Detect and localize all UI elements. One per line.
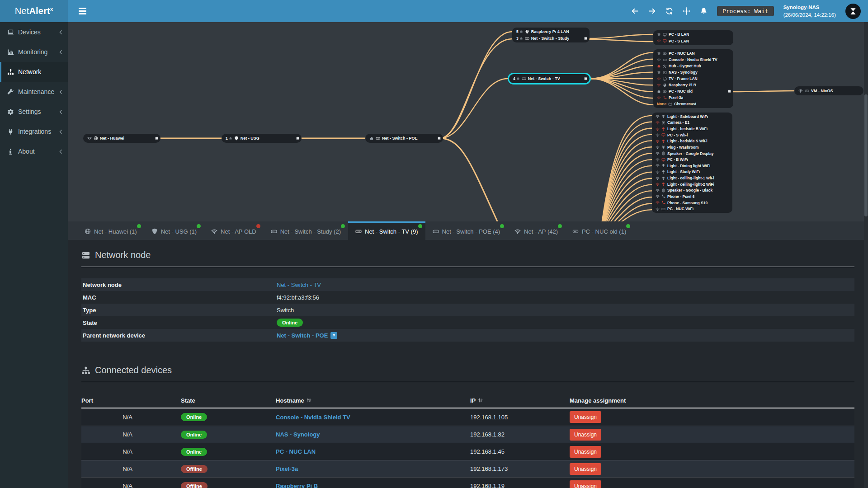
app-logo[interactable]: NetNetAlertAlertx	[0, 0, 68, 22]
network-node-tab[interactable]: Net - Switch - POE (4)	[425, 221, 508, 240]
hostname-link[interactable]: PC - NUC LAN	[276, 448, 316, 455]
diagram-device-row[interactable]: Light - Sideboard WiFi	[652, 113, 732, 120]
network-node-tab[interactable]: Net - Switch - TV (9)	[348, 221, 425, 240]
diagram-device-row[interactable]: Light - Dining light WiFi	[652, 163, 732, 169]
diagram-device-row[interactable]: Raspberry Pi B	[653, 82, 733, 88]
diagram-device-row[interactable]: NAS - Synology	[653, 69, 733, 75]
notifications-bell-icon[interactable]	[700, 7, 708, 15]
connection-state-icon	[656, 164, 660, 168]
switch-tv-clients-group[interactable]: PC - NUC LAN Console - Nvidia Shield TV …	[653, 49, 733, 108]
unassign-button[interactable]: Unassign	[570, 429, 601, 441]
diagram-device-row[interactable]: Light - Study WiFi	[652, 169, 732, 175]
pan-mode-icon[interactable]	[683, 7, 690, 15]
detail-value-text[interactable]: Net - Switch - TV	[277, 282, 321, 288]
sidebar-item[interactable]: Monitoring	[0, 42, 68, 62]
vm-node[interactable]: VM - NixOS	[794, 86, 863, 95]
connector-handle[interactable]	[155, 137, 158, 140]
hostname-link[interactable]: Console - Nvidia Shield TV	[276, 414, 350, 421]
sidebar-toggle-button[interactable]	[77, 5, 88, 17]
diagram-device-row[interactable]: Phone - Samsung S10	[652, 200, 732, 206]
unassign-button[interactable]: Unassign	[570, 411, 601, 423]
diagram-device-row[interactable]: PC - NUC WiFi	[652, 206, 732, 212]
hostname-link[interactable]: Pixel-3a	[276, 465, 298, 472]
sidebar-item[interactable]: Maintenance	[0, 82, 68, 102]
connector-handle[interactable]	[584, 37, 587, 40]
diagram-device-row[interactable]: 5 Raspberry Pi 4 LAN	[512, 28, 590, 35]
network-node-tab[interactable]: Net - AP OLD	[204, 221, 264, 240]
scrollbar-thumb[interactable]	[864, 94, 868, 216]
tab-label: Net - AP (42)	[524, 228, 558, 235]
connection-state-icon	[657, 70, 661, 75]
diagram-device-row[interactable]: Camera - E1	[652, 120, 732, 126]
selected-network-node[interactable]: 4 Net - Switch - TV	[508, 73, 591, 84]
refresh-icon[interactable]	[665, 7, 673, 15]
hostname-link[interactable]: NAS - Synology	[276, 431, 320, 438]
connector-handle[interactable]	[438, 137, 441, 140]
diagram-device-row[interactable]: Light - bedside B WiFi	[652, 126, 732, 132]
connector-handle[interactable]	[296, 137, 299, 140]
topology-links	[68, 22, 868, 221]
diagram-device-row[interactable]: PC - S WiFi	[652, 132, 732, 138]
diagram-device-row[interactable]: PC - B WiFi	[652, 156, 732, 163]
network-node-tab[interactable]: Net - AP (42)	[507, 221, 565, 240]
detail-value-text[interactable]: f4:92:bf:a3:f3:56	[277, 294, 319, 301]
sidebar-item[interactable]: Settings	[0, 102, 68, 122]
sidebar-item[interactable]: Devices	[0, 22, 68, 42]
network-node-tab[interactable]: Net - USG (1)	[144, 221, 204, 240]
unassign-button[interactable]: Unassign	[570, 463, 601, 475]
network-topology-diagram[interactable]: Net - Huawei 1 Net - USG	[68, 22, 868, 221]
sort-icon[interactable]	[478, 398, 483, 403]
process-status-badge[interactable]: Process: Wait	[717, 6, 774, 16]
diagram-device-row[interactable]: PC - B LAN	[653, 31, 733, 38]
access-point-clients-group[interactable]: Light - Sideboard WiFi Camera - E1 Light…	[652, 113, 732, 213]
sidebar-item[interactable]: About	[0, 141, 68, 161]
external-link-icon[interactable]	[330, 332, 337, 339]
device-label: Light - bedside B WiFi	[667, 127, 708, 131]
diagram-device-row[interactable]: Hub - Cygnet Hub	[653, 63, 733, 69]
column-header-ip[interactable]: IP	[470, 397, 570, 404]
diagram-device-row[interactable]: Speaker - Google - Black	[652, 188, 732, 194]
study-clients-group[interactable]: PC - B LAN PC - S LAN	[653, 30, 733, 45]
network-node-tab[interactable]: Net - Huawei (1)	[77, 221, 144, 240]
forward-icon[interactable]	[648, 7, 656, 15]
network-node-tab[interactable]: PC - NUC old (1)	[565, 221, 633, 240]
network-node[interactable]: 1 Net - USG	[222, 134, 302, 143]
detail-value-text[interactable]: Net - Switch - POE	[277, 332, 328, 339]
diagram-device-row[interactable]: Light - ceiling-light-2 WiFi	[652, 181, 732, 188]
column-header-hostname[interactable]: Hostname	[276, 397, 470, 404]
detail-value-text[interactable]: Online	[277, 319, 303, 327]
connector-handle[interactable]	[584, 77, 587, 80]
connection-state-icon	[656, 139, 660, 143]
diagram-device-row[interactable]: 3 Net - Switch - Study	[512, 35, 590, 42]
diagram-device-row[interactable]: PC - NUC old	[653, 88, 733, 94]
diagram-device-row[interactable]: None Chromecast	[653, 101, 733, 107]
hostname-link[interactable]: Raspberry Pi B	[276, 483, 318, 488]
diagram-device-row[interactable]: Plug - Washroom	[652, 144, 732, 150]
sidebar-item[interactable]: Integrations	[0, 122, 68, 141]
sidebar: Devices Monitoring Network Maintenance	[0, 22, 68, 488]
detail-value-text[interactable]: Switch	[277, 307, 294, 314]
diagram-device-row[interactable]: Light - bedside S WiFi	[652, 138, 732, 145]
sidebar-item[interactable]: Network	[0, 62, 68, 82]
diagram-device-row[interactable]: TV - Frame LAN	[653, 75, 733, 82]
connector-handle[interactable]	[728, 90, 731, 93]
diagram-device-row[interactable]: PC - NUC LAN	[653, 50, 733, 56]
user-avatar[interactable]	[845, 4, 861, 19]
diagram-device-row[interactable]: Light - ceiling-light-1 WiFi	[652, 175, 732, 181]
sort-icon[interactable]	[307, 398, 312, 403]
network-node[interactable]: Net - Switch - POE	[365, 134, 443, 143]
diagram-device-row[interactable]: Speaker - Google Display	[652, 150, 732, 157]
page-scrollbar[interactable]	[864, 22, 868, 488]
diagram-device-row[interactable]: PC - S LAN	[653, 38, 733, 45]
unassign-button[interactable]: Unassign	[570, 480, 601, 488]
network-node-tab[interactable]: Net - Switch - Study (2)	[264, 221, 348, 240]
connection-state-icon	[656, 182, 660, 186]
network-node[interactable]: Net - Huawei	[83, 134, 160, 143]
diagram-device-row[interactable]: Console - Nvidia Shield TV	[653, 56, 733, 63]
diagram-device-row[interactable]: Pixel-3a	[653, 94, 733, 101]
unassign-button[interactable]: Unassign	[570, 446, 601, 458]
back-icon[interactable]	[631, 7, 639, 15]
switch-study-group[interactable]: 5 Raspberry Pi 4 LAN 3 Net - Switch - St…	[512, 28, 590, 42]
tab-label: Net - Switch - TV (9)	[365, 228, 418, 235]
diagram-device-row[interactable]: Phone - Pixel 6	[652, 193, 732, 200]
